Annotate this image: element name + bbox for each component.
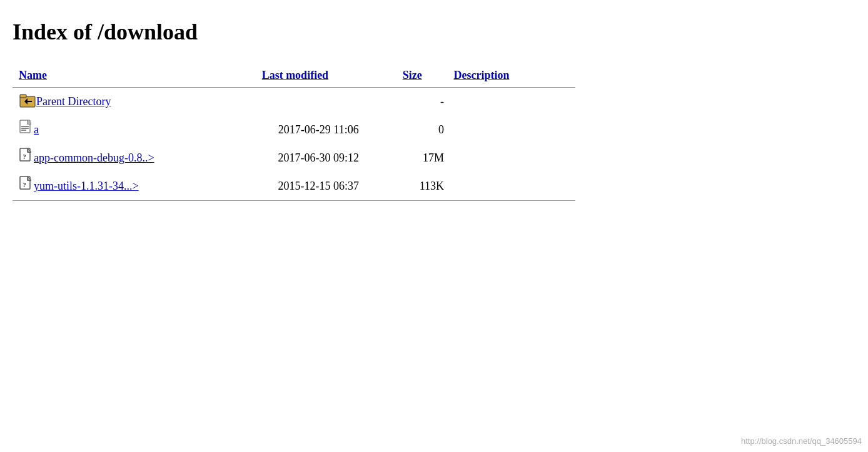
page-container: Index of /download Name Last modified Si…: [0, 0, 868, 213]
svg-text:?: ?: [23, 181, 26, 188]
file-modified-cell: [245, 88, 392, 116]
sort-name-link[interactable]: Name: [19, 69, 47, 81]
unknown-file-icon: ?: [19, 176, 34, 193]
footer-separator: [13, 200, 575, 201]
watermark: http://blog.csdn.net/qq_34605594: [741, 436, 862, 446]
parent-icon: [19, 91, 36, 112]
col-header-description: Description: [447, 64, 575, 87]
unknown-icon: ?: [19, 148, 34, 168]
file-name-cell: Parent Directory: [13, 88, 245, 116]
file-name-cell: a: [13, 116, 245, 144]
file-size-cell: 17M: [392, 144, 450, 172]
file-description-cell: [450, 144, 575, 172]
svg-rect-1: [20, 95, 26, 98]
table-row: a 2017-06-29 11:060: [13, 116, 575, 144]
file-size-cell: 0: [392, 116, 450, 144]
file-name-cell: ? yum-utils-1.1.31-34...>: [13, 172, 245, 200]
table-row: ? app-common-debug-0.8..> 2017-06-30 09:…: [13, 144, 575, 172]
svg-text:?: ?: [23, 153, 26, 160]
parent-dir-icon: [19, 91, 36, 109]
file-link[interactable]: yum-utils-1.1.31-34...>: [34, 180, 139, 193]
file-modified-cell: 2017-06-29 11:06: [245, 116, 392, 144]
sort-description-link[interactable]: Description: [453, 69, 509, 81]
file-link[interactable]: a: [34, 123, 39, 136]
file-size-cell: 113K: [392, 172, 450, 200]
file-link[interactable]: Parent Directory: [36, 95, 111, 108]
file-name-cell: ? app-common-debug-0.8..>: [13, 144, 245, 172]
sort-modified-link[interactable]: Last modified: [262, 69, 329, 81]
text-file-icon: [19, 120, 34, 137]
col-header-name: Name: [13, 64, 256, 87]
file-description-cell: [450, 172, 575, 200]
file-size-cell: -: [392, 88, 450, 116]
table-row: Parent Directory -: [13, 88, 575, 116]
col-header-modified: Last modified: [256, 64, 396, 87]
file-link[interactable]: app-common-debug-0.8..>: [34, 152, 154, 165]
table-row: ? yum-utils-1.1.31-34...> 2015-12-15 06:…: [13, 172, 575, 200]
unknown-icon: ?: [19, 176, 34, 197]
directory-files-table: Parent Directory - a 2017-06-29 11:060 ?: [13, 88, 575, 200]
file-description-cell: [450, 88, 575, 116]
unknown-file-icon: ?: [19, 148, 34, 165]
page-title: Index of /download: [13, 19, 855, 45]
file-modified-cell: 2017-06-30 09:12: [245, 144, 392, 172]
svg-rect-3: [27, 101, 32, 102]
col-header-size: Size: [396, 64, 448, 87]
directory-table: Name Last modified Size Description: [13, 64, 575, 87]
file-description-cell: [450, 116, 575, 144]
table-header-row: Name Last modified Size Description: [13, 64, 575, 87]
sort-size-link[interactable]: Size: [403, 69, 422, 81]
file-modified-cell: 2015-12-15 06:37: [245, 172, 392, 200]
text-icon: [19, 120, 34, 140]
